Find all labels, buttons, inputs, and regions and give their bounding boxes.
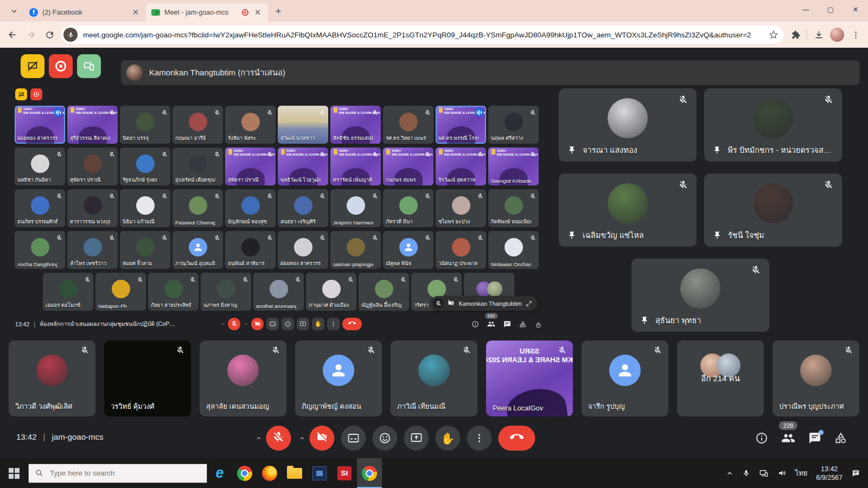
participant-tile[interactable]: วนัสนาฏ ประพาลา [436, 231, 486, 269]
participant-tile[interactable]: รศ.ดร.วิทยา เมฆขำ มรภ... [383, 106, 433, 144]
participant-tile[interactable]: ภิญญาพัชญ์ คงสอน [295, 341, 382, 416]
participant-tile[interactable]: วรวิทย์ คุ้มวงศ์ [104, 341, 191, 416]
maximize-button[interactable]: ▢ [818, 0, 843, 18]
pinned-participant-tile[interactable]: รัชนี ใจชุ่ม [704, 174, 842, 247]
internet-explorer-icon[interactable]: e [207, 458, 232, 488]
participant-tile[interactable]: ภัทรวดี มีนา [383, 189, 433, 227]
mic-permission-icon[interactable] [63, 28, 78, 42]
participant-tile[interactable]: ภาวิณี เทียนมณี [391, 341, 477, 416]
close-button[interactable]: ✕ [843, 0, 868, 18]
recording-icon[interactable] [49, 54, 73, 78]
back-button[interactable] [5, 28, 20, 42]
camera-options-chevron-icon[interactable] [243, 322, 248, 326]
screen-share-icon[interactable] [77, 54, 101, 78]
participant-tile[interactable]: SSRU KM SHARE & LEARN 2024ศรารัตน์ เพิ่ม… [330, 147, 381, 185]
participant-tile[interactable]: ลำไพร เพชร์ว่าว [67, 231, 118, 269]
participant-tile[interactable]: ณัฐพล พินิจ [383, 231, 433, 269]
camera-options-chevron-icon[interactable] [297, 435, 306, 442]
more-options-button[interactable] [467, 426, 492, 451]
self-view-pill[interactable]: Kamonkan Thangtubtim [431, 296, 538, 311]
mic-button[interactable] [266, 426, 291, 451]
participant-tile[interactable]: กฤษณา อารีย์ [173, 106, 223, 144]
participant-tile[interactable]: ดาราวรรณ พวงบุษผา [67, 189, 118, 227]
participant-tile[interactable]: ฝอยทอง สาครวรรณศักดิ์ [278, 231, 328, 269]
participant-tile[interactable]: สุลาลัย เคนสวนมอญ [200, 341, 286, 416]
participant-tile[interactable]: Pasawut Cheerapak... [173, 189, 223, 227]
pinned-participant-tile[interactable]: จารณา แสงทอง [559, 88, 697, 162]
tray-chevron-icon[interactable] [726, 470, 733, 477]
pinned-participant-tile[interactable]: เฉลิมขวัญ แซ่ไหล [559, 174, 697, 247]
profile-avatar[interactable] [830, 28, 844, 42]
mic-options-chevron-icon[interactable] [254, 435, 263, 442]
mini-captions-button[interactable] [266, 318, 279, 330]
search-input[interactable] [49, 468, 200, 478]
participant-tile[interactable]: รังสิมา พัสระ [225, 106, 276, 144]
participant-tile[interactable]: SSRU KM SHARE & LEARN 2024สุพัตรา ปราณี [225, 147, 276, 185]
participant-tile[interactable]: Jiraporn Harmwong [330, 189, 381, 227]
participant-tile[interactable]: รัฐธนภักษ์ รุ่งสง [120, 147, 170, 185]
mini-reactions-button[interactable] [282, 318, 294, 330]
end-call-button[interactable] [498, 426, 535, 451]
chrome-icon[interactable] [232, 458, 257, 488]
camera-button[interactable] [309, 426, 334, 451]
participant-tile[interactable]: เอมอร ตอโมกข์ [43, 273, 93, 311]
participant-tile[interactable]: SSRU KM SHARE & LEARN 2024Saengsit Krits… [488, 147, 539, 185]
language-indicator[interactable]: ไทย [795, 467, 808, 479]
participant-tile[interactable]: SSRU KM SHARE & LEARN 2024สุรีย์วรรณ สีล… [67, 106, 118, 144]
browser-menu-icon[interactable] [848, 28, 863, 42]
participant-tile[interactable]: นฤพล ศรีสว่าง [488, 106, 539, 144]
participant-tile[interactable]: สมยศ จิ้วลาม [120, 231, 170, 269]
present-button[interactable] [404, 426, 429, 451]
participant-tile[interactable]: Ancha Dangthongdee [15, 231, 65, 269]
participant-tile[interactable]: กิตติพงษ์ หอมเนียม [488, 189, 539, 227]
mini-info-icon[interactable] [471, 320, 479, 330]
participant-tile[interactable]: ธัญลักษณ์ ทองสุข [225, 189, 276, 227]
participant-tile[interactable]: SSRU KM SHARE & LEARN 2024Peera LocalGov [486, 341, 573, 416]
participant-tile[interactable]: อีก 214 คน [677, 341, 764, 416]
tray-display-icon[interactable] [759, 468, 769, 478]
mini-chat-icon[interactable] [503, 320, 511, 330]
mini-mic-button[interactable] [228, 318, 240, 330]
participant-tile[interactable]: จารึก รูปบุญ [582, 341, 668, 416]
mini-camera-button[interactable] [251, 318, 264, 330]
people-panel-icon[interactable]: 228 [781, 431, 795, 447]
mini-activities-icon[interactable] [519, 320, 527, 330]
taskbar-search[interactable] [28, 464, 207, 483]
participant-tile[interactable]: sasinan prajongjai [330, 231, 381, 269]
pinned-participant-tile[interactable]: พีร ปัทมักชกร - หน่วยตรวจสอบ... [704, 88, 842, 162]
participant-tile[interactable]: สุพัตรา ปราณี [67, 147, 118, 185]
participant-tile[interactable]: SSRU KM SHARE & LEARN 2024จิรวัฒน์ สุดสว… [436, 147, 486, 185]
new-tab-button[interactable]: + [271, 4, 285, 18]
participant-tile[interactable]: Ninlawan Oncham [488, 231, 539, 269]
url-input[interactable] [82, 30, 764, 40]
captions-button[interactable] [341, 426, 366, 451]
presentation-warning-icon[interactable] [21, 54, 44, 78]
participant-tile[interactable]: SSRU KM SHARE & LEARN 2024ผศ.ดร.พรรณี โร… [436, 106, 486, 144]
participant-tile[interactable]: วิภาวดี วงศ์พุฒิเลิศ [9, 341, 95, 416]
participant-tile[interactable]: นิธิมา แก้วมณี [120, 189, 170, 227]
participant-tile[interactable]: นิตยา บรรจุ [120, 106, 170, 144]
participant-tile[interactable]: anothai arunruang (... [253, 273, 304, 311]
participant-tile[interactable]: สนธยา เจริญศิริ [278, 189, 328, 227]
participant-tile[interactable]: SSRU KM SHARE & LEARN 2024กนกพร สมพร [383, 147, 433, 185]
raise-hand-button[interactable]: ✋ [435, 426, 460, 451]
participant-tile[interactable]: ชไมพร ยะปวง [436, 189, 486, 227]
participant-tile[interactable]: SSRU KM SHARE & LEARN 2024สิทธิชัย ธรรมเ… [330, 106, 381, 144]
url-bar[interactable] [61, 25, 784, 44]
participant-tile[interactable]: Nattapon Ph [95, 273, 146, 311]
bookmark-star-icon[interactable] [769, 30, 778, 40]
participant-tile[interactable]: อุบลรัตน์ เดือดขุนทด [173, 147, 223, 185]
mini-people-icon[interactable]: 191 [487, 320, 495, 330]
pinned-participant-tile[interactable]: สุธันยา พุทธา [631, 259, 769, 332]
tab-close-icon[interactable]: ✕ [131, 8, 141, 17]
file-explorer-icon[interactable] [282, 458, 307, 488]
tab-facebook[interactable]: f (2) Facebook ✕ [24, 3, 146, 22]
adobe-app-icon[interactable]: St [332, 458, 357, 488]
tray-mic-icon[interactable] [742, 469, 750, 477]
start-button[interactable] [0, 458, 28, 488]
mic-options-chevron-icon[interactable] [220, 322, 225, 326]
meeting-details-icon[interactable] [755, 432, 768, 447]
expand-icon[interactable] [526, 300, 532, 307]
mini-end-call-button[interactable] [342, 318, 362, 330]
mini-raise-hand-button[interactable]: ✋ [312, 318, 324, 330]
